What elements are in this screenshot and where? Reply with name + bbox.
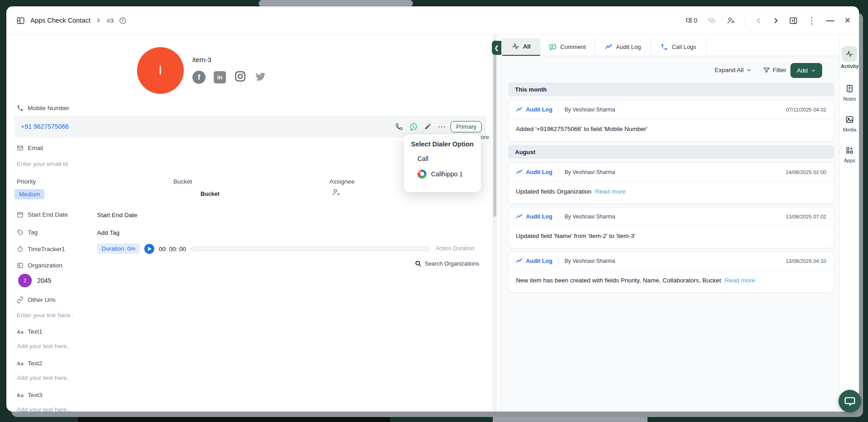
text2-label: Aa Text2 — [17, 360, 42, 367]
entry-author: By Veshnavi Sharma — [564, 169, 615, 175]
priority-value-badge[interactable]: Medium — [15, 189, 44, 199]
header-toolbar: 0 ⋮ — ✕ — [685, 6, 851, 34]
call-icon[interactable] — [395, 123, 403, 131]
chevron-down-icon — [746, 68, 751, 73]
background-taskbar-segment — [78, 414, 390, 422]
play-button[interactable] — [144, 244, 154, 254]
bucket-label: Bucket — [173, 178, 192, 185]
add-assignee-icon[interactable] — [331, 188, 340, 199]
text-field-icon: Aa — [17, 393, 24, 398]
activity-tabs: All Comment Audit Log Call Logs — [500, 38, 839, 56]
email-input[interactable]: Enter your email id — [17, 160, 68, 167]
mobile-number-value[interactable]: +91 9627575066 — [21, 123, 69, 130]
menu-item-label: Callhippo 1 — [431, 170, 463, 178]
filter-label: Filter — [773, 67, 786, 73]
field-label-text: Email — [28, 145, 43, 151]
rail-label-apps[interactable]: Apps — [840, 158, 859, 163]
chat-widget-button[interactable] — [839, 390, 861, 412]
rail-item-activity[interactable] — [842, 46, 857, 62]
whatsapp-icon[interactable] — [409, 122, 418, 131]
prev-item-button[interactable] — [755, 17, 762, 24]
menu-item-call[interactable]: Call — [417, 155, 474, 162]
subtasks-button[interactable]: 0 — [685, 16, 697, 24]
read-more-link[interactable]: Read more — [595, 188, 626, 195]
assignee-label: Assignee — [329, 178, 355, 185]
tag-icon — [17, 229, 24, 236]
action-duration-label: Action Duration — [436, 245, 474, 252]
organization-value[interactable]: 2045 — [37, 277, 51, 284]
add-button[interactable]: Add — [790, 63, 822, 78]
priority-label: Priority — [17, 178, 36, 185]
share-contact-icon[interactable] — [726, 16, 735, 25]
ellipsis-icon[interactable]: ··· — [438, 123, 446, 131]
rail-label-activity[interactable]: Activity — [840, 63, 859, 69]
text3-input[interactable]: Add your text here.. — [17, 406, 70, 412]
header-divider — [558, 167, 559, 177]
audit-log-card: Audit Log By Veshnavi Sharma 13/08/2025 … — [508, 251, 834, 293]
side-panel-icon[interactable] — [789, 16, 798, 25]
search-organizations-button[interactable]: Search Organizations — [415, 260, 479, 267]
read-more-link[interactable]: Read more — [725, 277, 755, 284]
filter-button[interactable]: Filter — [763, 67, 786, 73]
next-item-button[interactable] — [772, 17, 779, 24]
audit-log-icon — [516, 213, 523, 220]
facebook-icon[interactable]: f — [192, 71, 206, 84]
bucket-value[interactable]: Bucket — [201, 191, 220, 197]
media-icon — [845, 115, 854, 124]
contact-name[interactable]: item-3 — [192, 56, 211, 63]
info-icon[interactable] — [119, 17, 127, 24]
twitter-icon[interactable] — [255, 71, 266, 84]
breadcrumb-title[interactable]: Apps Check Contact — [30, 17, 90, 24]
card-header: Audit Log By Veshnavi Sharma 14/08/2025 … — [509, 163, 834, 182]
table-layout-icon — [16, 16, 25, 25]
add-tag-button[interactable]: Add Tag — [97, 229, 119, 236]
entry-author: By Veshnavi Sharma — [564, 213, 615, 220]
scrollbar-thumb[interactable] — [493, 40, 496, 217]
tab-comment[interactable]: Comment — [540, 38, 595, 56]
subtask-count: 0 — [694, 17, 697, 24]
chevron-right-icon — [96, 18, 101, 23]
dialer-menu-title: Select Dialer Option — [411, 141, 474, 148]
card-header: Audit Log By Veshnavi Sharma 13/08/2025 … — [509, 207, 834, 226]
more-options-icon[interactable]: ⋮ — [808, 15, 816, 26]
field-label-text: Text2 — [28, 360, 42, 367]
background-window-edge — [493, 413, 647, 422]
tag-label: Tag — [17, 229, 38, 236]
field-label-text: Text1 — [28, 328, 42, 335]
close-button[interactable]: ✕ — [844, 16, 851, 25]
entry-type: Audit Log — [516, 169, 552, 175]
duration-progress-bar[interactable] — [191, 247, 430, 251]
start-end-date-input[interactable]: Start End Date — [97, 212, 137, 218]
edit-icon[interactable] — [424, 123, 432, 130]
field-label-text: Organization — [28, 262, 63, 269]
notes-icon — [845, 84, 854, 93]
expand-all-button[interactable]: Expand All — [715, 67, 751, 73]
minimize-button[interactable]: — — [826, 16, 834, 25]
instagram-icon[interactable] — [234, 70, 246, 84]
entry-timestamp: 14/08/2025 02:00 — [785, 170, 826, 175]
menu-item-callhippo[interactable]: Callhippo 1 — [417, 170, 474, 179]
tab-audit-log[interactable]: Audit Log — [595, 38, 651, 56]
field-label-text: TimeTracker1 — [28, 246, 65, 252]
rail-item-apps[interactable] — [840, 146, 859, 156]
field-label-text: Mobile Number — [28, 105, 69, 112]
breadcrumb: Apps Check Contact #3 — [16, 6, 127, 34]
text2-input[interactable]: Add your text here.. — [17, 374, 70, 381]
tab-all[interactable]: All — [502, 38, 540, 56]
rail-item-notes[interactable] — [840, 84, 859, 95]
organization-value-row[interactable]: 2 2045 — [18, 274, 51, 287]
rail-item-media[interactable] — [840, 115, 859, 126]
linkedin-icon[interactable]: in — [214, 71, 226, 83]
search-icon — [415, 260, 422, 267]
text1-input[interactable]: Add your text here.. — [17, 343, 70, 349]
rail-label-media[interactable]: Media — [840, 127, 859, 132]
collapse-panel-button[interactable]: ❮ — [492, 41, 501, 55]
field-label-text: Start End Date — [28, 211, 68, 218]
other-urls-input[interactable]: Enter your link here.. — [17, 312, 74, 319]
toolbar-divider — [745, 15, 745, 26]
rail-label-notes[interactable]: Notes — [840, 96, 859, 102]
automation-icon[interactable] — [707, 16, 716, 25]
tab-call-logs[interactable]: Call Logs — [651, 38, 706, 56]
window-header: Apps Check Contact #3 0 — [6, 6, 859, 34]
field-label-text: Text3 — [28, 392, 42, 398]
